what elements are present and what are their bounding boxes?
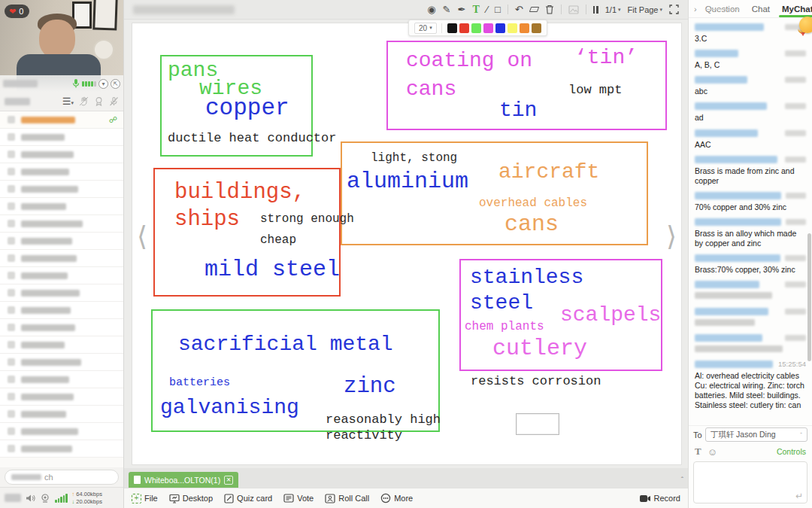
insert-image-button[interactable] [568, 5, 579, 14]
sender-name-blur [695, 192, 781, 199]
roll-call-button[interactable]: Roll Call [325, 494, 369, 503]
whiteboard-titlebar: ◉ ✎ ✒ T ∕ □ ↶ 1/1 ▾ Fit Page ▾ [124, 0, 688, 20]
roster-row[interactable] [0, 371, 123, 388]
color-palette[interactable] [441, 23, 541, 33]
next-page-arrow[interactable]: ⟩ [666, 221, 677, 251]
text-format-icon[interactable]: T [695, 446, 701, 458]
whiteboard-page[interactable]: pans wires copper ductile heat conductor… [132, 23, 682, 465]
rectangle-tool[interactable]: □ [495, 5, 501, 14]
controls-link[interactable]: Controls [777, 447, 806, 456]
roster-row[interactable] [0, 440, 123, 458]
tab-mychat[interactable]: MyChat [776, 5, 812, 14]
reward-all-icon[interactable] [94, 96, 104, 106]
roster-row[interactable] [0, 388, 123, 406]
roster-row[interactable] [0, 129, 123, 146]
roster-row[interactable] [0, 215, 123, 233]
webcam-icon[interactable] [40, 494, 50, 503]
roster-row[interactable] [0, 233, 123, 250]
line-tool[interactable]: ∕ [486, 5, 488, 14]
roster-row[interactable] [0, 406, 123, 423]
tab-chat[interactable]: Chat [746, 5, 776, 14]
emoji-icon[interactable]: ☺ [707, 446, 717, 458]
copper-properties: ductile heat conductor [168, 132, 336, 145]
video-options-button[interactable]: ▾ [98, 79, 108, 89]
stainless-steel-box[interactable]: stainless steel chem plants scalpels cut… [459, 259, 662, 371]
search-visible-text: ch [44, 473, 53, 482]
aluminium-use-cans: cans [504, 213, 559, 237]
laser-pointer-tool[interactable]: ◉ [427, 5, 435, 14]
mild-steel-box[interactable]: buildings, ships strong enough cheap mil… [153, 168, 341, 297]
tabstrip-collapse-icon[interactable]: ˆ [681, 476, 683, 488]
pencil-tool[interactable]: ✎ [443, 5, 451, 14]
message-time-blur [786, 219, 806, 225]
chat-message [695, 307, 806, 328]
color-swatch[interactable] [447, 23, 457, 33]
tab-question[interactable]: Question [699, 5, 746, 14]
file-button[interactable]: +File [132, 494, 158, 503]
roster-row[interactable] [0, 302, 123, 319]
vote-button[interactable]: Vote [283, 494, 314, 503]
recipient-selector[interactable]: 丁琪轩 Jason Ding ˆ [705, 427, 807, 442]
video-expand-button[interactable]: ⇱ [111, 79, 120, 89]
roster-row[interactable] [0, 250, 123, 267]
color-swatch[interactable] [495, 23, 505, 33]
color-swatch[interactable] [471, 23, 481, 33]
eraser-tool[interactable] [529, 7, 539, 12]
color-swatch[interactable] [459, 23, 469, 33]
page-selector[interactable]: 1/1 ▾ [605, 5, 621, 14]
roster-label-blur [5, 98, 30, 105]
tin-use-coating: coating on [406, 50, 532, 71]
mute-all-icon[interactable] [109, 96, 119, 106]
raise-hand-off-icon[interactable] [79, 96, 89, 106]
desktop-button[interactable]: Desktop [169, 494, 213, 503]
roster-row[interactable] [0, 163, 123, 181]
close-tab-icon[interactable]: ✕ [224, 476, 233, 485]
search-input[interactable]: ch [5, 470, 119, 485]
more-button[interactable]: More [380, 493, 413, 503]
color-swatch[interactable] [508, 23, 517, 33]
roster-row[interactable] [0, 198, 123, 215]
color-swatch[interactable] [520, 23, 529, 33]
undo-button[interactable]: ↶ [515, 5, 523, 14]
chat-message-list[interactable]: 3.CA, B, CabcadAACBrass is made from zin… [689, 18, 812, 425]
color-swatch[interactable] [483, 23, 493, 33]
chat-scrollbar[interactable] [807, 233, 811, 361]
roster-row[interactable] [0, 284, 123, 302]
pause-button[interactable] [593, 6, 598, 14]
roster-row-active[interactable]: ☍ [0, 111, 123, 129]
roster-row[interactable] [0, 267, 123, 284]
roster-row[interactable] [0, 423, 123, 440]
tin-box[interactable]: coating on cans ‘tin’ low mpt tin [386, 41, 667, 130]
pen-tool[interactable]: ✒ [458, 5, 466, 14]
whiteboard-tab[interactable]: Whiteboa...OLTON(1) ✕ [129, 472, 238, 488]
trash-button[interactable] [545, 5, 554, 14]
message-text: ad [695, 113, 806, 123]
roster-menu-icon[interactable]: ☰▾ [62, 96, 74, 107]
likes-badge[interactable]: ❤ 0 [5, 5, 29, 18]
reward-float-icon[interactable] [799, 17, 812, 33]
speaker-icon[interactable] [26, 494, 35, 503]
text-tool[interactable]: T [472, 5, 479, 15]
likes-count: 0 [19, 7, 23, 16]
roster-row[interactable] [0, 354, 123, 371]
roster-row[interactable] [0, 336, 123, 354]
aluminium-box[interactable]: light, stong aluminium aircraft overhead… [341, 141, 648, 245]
prev-page-arrow[interactable]: ⟨ [137, 221, 147, 251]
answer-text-box[interactable] [516, 413, 559, 435]
chat-input[interactable]: ↵ [693, 461, 807, 503]
quiz-card-button[interactable]: Quiz card [224, 494, 272, 503]
color-swatch[interactable] [532, 23, 541, 33]
roster-row[interactable] [0, 319, 123, 336]
fullscreen-button[interactable] [669, 5, 679, 14]
roster-row[interactable] [0, 181, 123, 198]
record-button[interactable]: Record [639, 494, 680, 503]
pen-size-selector[interactable]: 20▾ [414, 23, 437, 34]
fit-page-selector[interactable]: Fit Page ▾ [628, 5, 662, 14]
copper-box[interactable]: pans wires copper ductile heat conductor [160, 55, 313, 157]
microphone-icon[interactable] [72, 79, 80, 88]
roster-row[interactable] [0, 146, 123, 163]
panel-collapse-icon[interactable]: › [692, 5, 699, 14]
stainless-use-chem: chem plants [465, 321, 544, 333]
roster-list[interactable]: ☍ [0, 111, 123, 467]
zinc-use-batteries: batteries [169, 377, 230, 389]
